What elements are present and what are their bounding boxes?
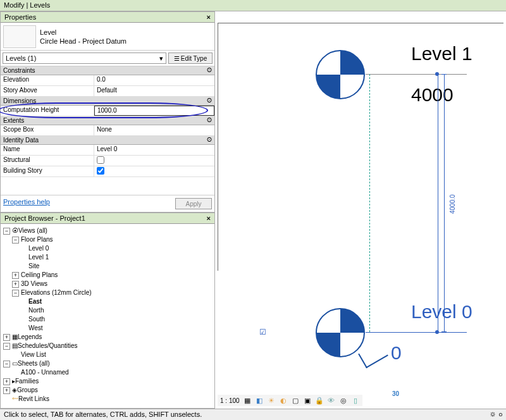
tree-expand-icon[interactable]: + — [3, 378, 10, 385]
status-right-icons[interactable]: ⛭ ▢ — [490, 411, 502, 419]
identity-group-header[interactable]: Identity Data ⵙ — [1, 136, 214, 145]
building-story-checkbox[interactable] — [94, 166, 214, 176]
story-above-value[interactable] — [94, 86, 214, 96]
sun-path-icon[interactable]: ☀ — [267, 396, 276, 405]
sheets-icon: ▭ — [12, 359, 18, 368]
scope-box-label: Scope Box — [1, 125, 94, 135]
level1-name[interactable]: Level 1 — [411, 43, 472, 65]
detail-level-icon[interactable]: ▦ — [243, 396, 252, 405]
collapse-icon: ⵙ — [207, 67, 212, 74]
properties-panel-header: Properties × — [1, 12, 214, 23]
computation-height-value[interactable] — [94, 106, 214, 116]
legends-icon: ▦ — [12, 333, 18, 342]
level-reference-dashed — [369, 74, 370, 332]
status-bar: Click to select, TAB for alternates, CTR… — [0, 409, 506, 420]
extents-group-header[interactable]: Extents ⵙ — [1, 116, 214, 125]
collapse-icon: ⵙ — [207, 97, 212, 104]
tree-collapse-icon[interactable]: − — [12, 290, 19, 297]
view-control-bar[interactable]: 1 : 100 ▦ ◧ ☀ ◐ ▢ ▣ 🔒 👁 ◎ ▯ — [218, 395, 362, 406]
tree-item-east[interactable]: East — [28, 297, 42, 306]
ribbon-tab-bar[interactable]: Modify | Levels — [0, 0, 506, 11]
dim-tick — [441, 331, 447, 332]
type-thumbnail — [3, 25, 36, 48]
tree-expand-icon[interactable]: + — [12, 272, 19, 279]
schedules-icon: ▤ — [12, 342, 18, 350]
level-line-0[interactable] — [366, 332, 467, 333]
level-drag-handle[interactable] — [435, 330, 439, 334]
collapse-icon: ⵙ — [207, 117, 212, 124]
scale-selector[interactable]: 1 : 100 — [220, 397, 240, 404]
level-head-marker-0[interactable] — [315, 307, 366, 358]
3d-extent-toggle[interactable]: ☑ — [259, 328, 266, 337]
crop-region-visible-icon[interactable]: ▣ — [303, 396, 312, 405]
properties-help-link[interactable]: Properties help — [3, 198, 50, 209]
type-family-name: Level — [40, 28, 126, 37]
name-value[interactable] — [94, 145, 214, 155]
instance-filter-dropdown[interactable]: Levels (1) ▾ — [3, 52, 166, 64]
tree-expand-icon[interactable]: + — [3, 387, 10, 394]
tree-collapse-icon[interactable]: − — [3, 361, 10, 368]
collapse-icon: ⵙ — [207, 137, 212, 144]
structural-checkbox[interactable] — [94, 156, 214, 166]
crop-view-icon[interactable]: ▢ — [291, 396, 300, 405]
page-number: 30 — [392, 390, 399, 397]
dimensions-group-header[interactable]: Dimensions ⵙ — [1, 97, 214, 106]
building-story-label: Building Story — [1, 166, 94, 176]
project-browser-tree[interactable]: −⦿ Views (all) −Floor Plans Level 0 Leve… — [1, 224, 214, 406]
temp-hide-icon[interactable]: 👁 — [327, 396, 336, 405]
edit-type-icon: ☰ — [174, 55, 180, 62]
lock-view-icon[interactable]: 🔒 — [315, 396, 324, 405]
constraints-group-header[interactable]: Constraints ⵙ — [1, 66, 214, 75]
name-label: Name — [1, 145, 94, 155]
properties-close-icon[interactable]: × — [207, 13, 211, 21]
computation-height-label: Computation Height — [1, 106, 94, 116]
dimension-line[interactable] — [444, 74, 445, 332]
structural-label: Structural — [1, 156, 94, 166]
type-selector[interactable]: Level Circle Head - Project Datum — [1, 23, 214, 51]
level-extent-line[interactable] — [438, 74, 438, 332]
level0-elevation[interactable]: 0 — [391, 342, 402, 364]
elevation-value[interactable] — [94, 75, 214, 85]
tree-collapse-icon[interactable]: − — [3, 343, 10, 350]
tree-view-icon: ⦿ — [12, 226, 18, 235]
type-type-name: Circle Head - Project Datum — [40, 37, 126, 46]
analytical-model-icon[interactable]: ▯ — [351, 396, 360, 405]
apply-button[interactable]: Apply — [175, 198, 212, 209]
browser-close-icon[interactable]: × — [207, 214, 211, 222]
tree-expand-icon[interactable]: + — [12, 281, 19, 288]
level0-name[interactable]: Level 0 — [411, 301, 472, 323]
revit-links-icon: ⬳ — [12, 395, 18, 404]
dim-tick — [441, 74, 447, 75]
level-line-1[interactable] — [366, 74, 467, 75]
tree-expand-icon[interactable]: + — [3, 334, 10, 341]
status-text: Click to select, TAB for alternates, CTR… — [4, 411, 202, 419]
level1-elevation[interactable]: 4000 — [411, 84, 454, 106]
edit-type-button[interactable]: ☰ Edit Type — [168, 52, 213, 64]
elevation-label: Elevation — [1, 75, 94, 85]
level-head-marker-1[interactable] — [315, 49, 366, 100]
scope-box-value[interactable] — [94, 125, 214, 135]
properties-title: Properties — [4, 13, 36, 21]
tree-collapse-icon[interactable]: − — [3, 228, 10, 235]
reveal-hidden-icon[interactable]: ◎ — [339, 396, 348, 405]
visual-style-icon[interactable]: ◧ — [255, 396, 264, 405]
drawing-canvas[interactable]: Level 1 4000 Level 0 0 4000.0 ☑ 30 1 : 1… — [215, 11, 506, 409]
dimension-value[interactable]: 4000.0 — [449, 194, 456, 214]
chevron-down-icon: ▾ — [159, 54, 163, 63]
shadows-icon[interactable]: ◐ — [279, 396, 288, 405]
browser-panel-header: Project Browser - Project1 × — [1, 213, 214, 224]
browser-title: Project Browser - Project1 — [4, 214, 85, 222]
groups-icon: ◈ — [12, 386, 17, 395]
level-drag-handle[interactable] — [435, 72, 439, 76]
tree-collapse-icon[interactable]: − — [12, 237, 19, 244]
story-above-label: Story Above — [1, 86, 94, 96]
